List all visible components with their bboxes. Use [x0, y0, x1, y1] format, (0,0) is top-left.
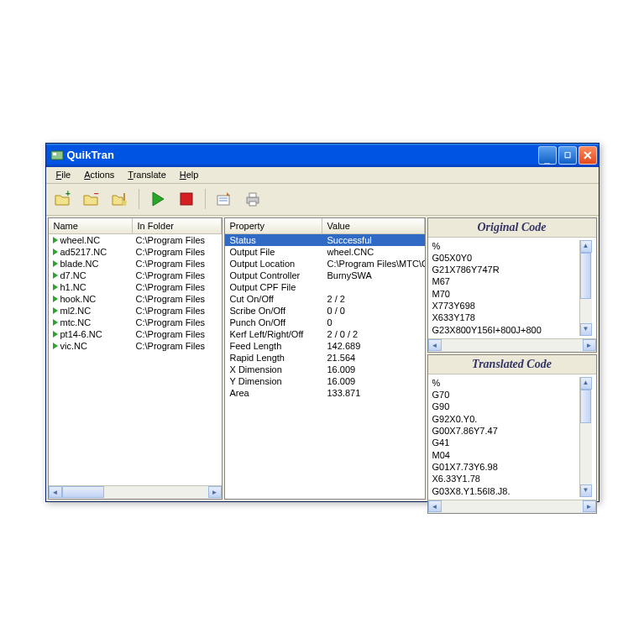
file-row[interactable]: blade.NCC:\Program Files [49, 258, 222, 270]
property-name: Output CPF File [225, 282, 322, 292]
translated-hscroll[interactable]: ◄► [428, 500, 596, 513]
close-button[interactable]: ✕ [579, 146, 597, 165]
play-icon [53, 307, 58, 314]
svg-text:+: + [65, 190, 71, 198]
property-row[interactable]: Area133.871 [225, 387, 425, 399]
original-vscroll[interactable]: ▲ ▼ [579, 240, 592, 336]
minimize-button[interactable]: _ [538, 146, 557, 165]
file-folder: C:\Program Files [133, 270, 222, 280]
file-row[interactable]: d7.NCC:\Program Files [49, 270, 222, 281]
toolbar-add-folder[interactable]: + [51, 187, 75, 211]
property-value: 2 / 0 / 2 [322, 329, 425, 339]
file-row[interactable]: pt14-6.NCC:\Program Files [49, 328, 222, 340]
file-header-name[interactable]: Name [49, 218, 133, 233]
prop-header-property[interactable]: Property [225, 218, 322, 233]
property-value: C:\Program Files\MTC\C [322, 259, 425, 269]
original-hscroll[interactable]: ◄► [428, 338, 596, 352]
maximize-button[interactable]: ☐ [558, 146, 577, 165]
property-name: Output Controller [225, 270, 322, 280]
file-name: ml2.NC [60, 306, 92, 316]
property-value: 0 / 0 [322, 306, 425, 316]
file-row[interactable]: ml2.NCC:\Program Files [49, 305, 222, 317]
file-name: wheel.NC [60, 235, 101, 245]
menu-translate[interactable]: Translate [121, 168, 172, 181]
property-value: BurnySWA [322, 270, 425, 280]
property-row[interactable]: StatusSuccessful [225, 234, 425, 246]
property-name: Output Location [225, 259, 322, 269]
toolbar-run[interactable] [146, 187, 170, 211]
file-name: d7.NC [60, 270, 86, 280]
content-area: Name In Folder wheel.NCC:\Program Filesa… [46, 216, 599, 501]
translated-code-text[interactable]: %G70G90G92X0.Y0.G00X7.86Y7.47G41M04G01X7… [432, 377, 592, 497]
property-name: Cut On/Off [225, 294, 322, 304]
file-hscroll[interactable]: ◄ ► [49, 485, 222, 499]
file-name: ad5217.NC [60, 247, 107, 257]
property-row[interactable]: Output CPF File [225, 281, 425, 293]
property-name: Punch On/Off [225, 317, 322, 327]
file-folder: C:\Program Files [133, 259, 222, 269]
file-list-body[interactable]: wheel.NCC:\Program Filesad5217.NCC:\Prog… [49, 234, 222, 485]
property-row[interactable]: Output Filewheel.CNC [225, 246, 425, 258]
original-code-text[interactable]: %G05X0Y0G21X786Y747RM67M70X773Y698X633Y1… [432, 240, 592, 336]
property-row[interactable]: Feed Length142.689 [225, 340, 425, 352]
file-name: h1.NC [60, 282, 86, 292]
svg-rect-1 [53, 153, 56, 155]
svg-text:−: − [94, 190, 99, 198]
menu-actions[interactable]: Actions [77, 168, 121, 181]
titlebar[interactable]: QuikTran _ ☐ ✕ [46, 144, 599, 167]
property-value: Successful [322, 235, 425, 245]
toolbar-clean-folder[interactable] [108, 187, 132, 211]
property-row[interactable]: Punch On/Off0 [225, 317, 425, 328]
file-header-folder[interactable]: In Folder [133, 218, 222, 233]
property-name: Output File [225, 247, 322, 257]
property-value: 142.689 [322, 341, 425, 351]
play-icon [53, 296, 58, 302]
file-row[interactable]: hook.NCC:\Program Files [49, 293, 222, 305]
file-name: blade.NC [60, 259, 99, 269]
file-folder: C:\Program Files [133, 341, 222, 351]
property-row[interactable]: Rapid Length21.564 [225, 352, 425, 364]
property-row[interactable]: Scribe On/Off0 / 0 [225, 305, 425, 317]
file-row[interactable]: ad5217.NCC:\Program Files [49, 246, 222, 258]
toolbar-options[interactable] [212, 187, 236, 211]
properties-body[interactable]: StatusSuccessfulOutput Filewheel.CNCOutp… [225, 234, 425, 499]
property-row[interactable]: Output ControllerBurnySWA [225, 270, 425, 281]
original-code-panel: Original Code %G05X0Y0G21X786Y747RM67M70… [427, 217, 597, 353]
svg-rect-11 [249, 202, 256, 206]
property-value: 16.009 [322, 376, 425, 386]
file-row[interactable]: h1.NCC:\Program Files [49, 281, 222, 293]
toolbar-print[interactable] [241, 187, 264, 211]
play-icon [53, 237, 58, 243]
toolbar-stop[interactable] [175, 187, 198, 211]
property-value: 16.009 [322, 364, 425, 374]
property-row[interactable]: Output LocationC:\Program Files\MTC\C [225, 258, 425, 270]
file-folder: C:\Program Files [133, 306, 222, 316]
property-row[interactable]: Y Dimension16.009 [225, 375, 425, 387]
property-row[interactable]: X Dimension16.009 [225, 364, 425, 375]
menu-file[interactable]: File [50, 168, 78, 181]
file-row[interactable]: wheel.NCC:\Program Files [49, 234, 222, 246]
property-row[interactable]: Cut On/Off2 / 2 [225, 293, 425, 305]
property-row[interactable]: Kerf Left/Right/Off2 / 0 / 2 [225, 328, 425, 340]
property-name: Rapid Length [225, 353, 322, 363]
translated-vscroll[interactable]: ▲ ▼ [579, 377, 592, 497]
menubar: File Actions Translate Help [46, 167, 599, 184]
property-name: Area [225, 388, 322, 398]
file-row[interactable]: mtc.NCC:\Program Files [49, 317, 222, 328]
play-icon [53, 343, 58, 349]
file-name: pt14-6.NC [60, 329, 102, 339]
window-title: QuikTran [67, 149, 538, 161]
prop-header-value[interactable]: Value [322, 218, 425, 233]
svg-rect-5 [181, 193, 192, 205]
properties-panel: Property Value StatusSuccessfulOutput Fi… [224, 217, 426, 500]
toolbar-remove-folder[interactable]: − [80, 187, 103, 211]
file-name: vic.NC [60, 341, 87, 351]
svg-rect-10 [249, 193, 256, 197]
translated-code-panel: Translated Code %G70G90G92X0.Y0.G00X7.86… [427, 354, 597, 514]
file-folder: C:\Program Files [133, 247, 222, 257]
property-name: X Dimension [225, 364, 322, 374]
menu-help[interactable]: Help [173, 168, 206, 181]
property-name: Status [225, 235, 322, 245]
toolbar: + − [46, 184, 599, 216]
file-row[interactable]: vic.NCC:\Program Files [49, 340, 222, 352]
